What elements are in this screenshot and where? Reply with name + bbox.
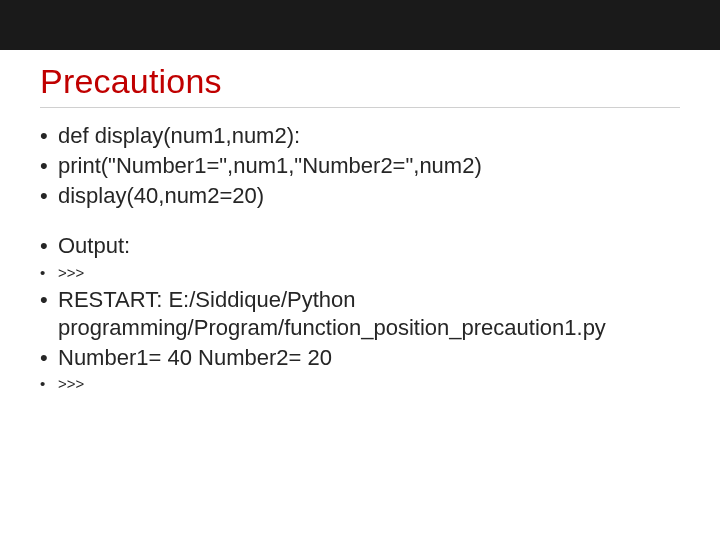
title-divider [40, 107, 680, 108]
output-prompt-1: >>> [40, 263, 680, 282]
slide-title: Precautions [40, 62, 680, 101]
output-result-line: Number1= 40 Number2= 20 [40, 344, 680, 372]
output-block: Output: >>> RESTART: E:/Siddique/Python … [40, 232, 680, 393]
code-line-1: def display(num1,num2): [40, 122, 680, 150]
output-label: Output: [40, 232, 680, 260]
code-line-3: display(40,num2=20) [40, 182, 680, 210]
output-restart-line: RESTART: E:/Siddique/Python programming/… [40, 286, 680, 342]
code-line-2: print("Number1=",num1,"Number2=",num2) [40, 152, 680, 180]
slide-body: Precautions def display(num1,num2): prin… [0, 50, 720, 393]
title-bar-strip [0, 0, 720, 50]
code-block: def display(num1,num2): print("Number1="… [40, 122, 680, 210]
output-prompt-2: >>> [40, 374, 680, 393]
